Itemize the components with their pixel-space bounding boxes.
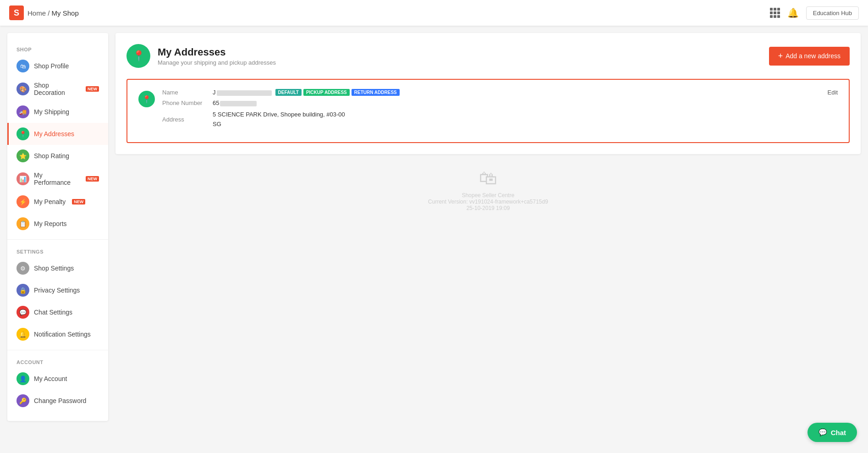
address-badges: DEFAULT PICKUP ADDRESS RETURN ADDRESS: [275, 89, 400, 96]
my-addresses-icon: 📍: [16, 127, 29, 140]
chat-settings-icon: 💬: [16, 306, 29, 319]
address-address-row: Address 5 SCIENCE PARK Drive, Shopee bui…: [162, 110, 838, 129]
chat-icon: 💬: [819, 428, 827, 436]
sidebar-label-my-performance: My Performance: [34, 171, 79, 186]
address-phone-row: Phone Number 65: [162, 99, 838, 106]
my-penalty-icon: ⚡: [16, 195, 29, 208]
education-hub-button[interactable]: Education Hub: [806, 6, 859, 20]
sidebar-label-my-account: My Account: [34, 375, 67, 382]
breadcrumb: Home / My Shop: [27, 9, 79, 17]
address-name-row: Name J DEFAULT PICKUP ADDRESS RETURN ADD…: [162, 89, 838, 96]
my-account-icon: 👤: [16, 372, 29, 385]
add-address-button[interactable]: + Add a new address: [769, 47, 850, 66]
sidebar-item-shop-profile[interactable]: 🛍 Shop Profile: [7, 55, 108, 77]
badge-default: DEFAULT: [275, 89, 302, 96]
sidebar-label-shop-decoration: Shop Decoration: [34, 82, 79, 96]
breadcrumb-home[interactable]: Home: [27, 9, 46, 17]
chat-button[interactable]: 💬 Chat: [808, 423, 857, 442]
breadcrumb-separator: /: [48, 9, 51, 17]
sidebar-item-shop-rating[interactable]: ⭐ Shop Rating: [7, 145, 108, 167]
phone-label: Phone Number: [162, 99, 213, 106]
shop-section-title: SHOP: [7, 42, 108, 55]
settings-section-title: SETTINGS: [7, 244, 108, 257]
page-subtitle: Manage your shipping and pickup addresse…: [158, 59, 276, 66]
my-performance-icon: 📊: [16, 172, 29, 185]
nav-left: S Home / My Shop: [9, 6, 79, 20]
sidebar-item-change-password[interactable]: 🔑 Change Password: [7, 390, 108, 412]
shop-profile-icon: 🛍: [16, 60, 29, 72]
my-reports-icon: 📋: [16, 217, 29, 230]
page-header-text: My Addresses Manage your shipping and pi…: [158, 46, 276, 66]
my-performance-new-badge: NEW: [86, 176, 99, 182]
footer-version: Current Version: vv191024-framework+ca57…: [115, 199, 861, 205]
badge-return: RETURN ADDRESS: [352, 89, 400, 96]
sidebar-label-my-addresses: My Addresses: [34, 130, 74, 138]
shop-settings-icon: ⚙: [16, 262, 29, 275]
main-layout: SHOP 🛍 Shop Profile 🎨 Shop Decoration NE…: [0, 26, 868, 453]
change-password-icon: 🔑: [16, 394, 29, 407]
address-details: Name J DEFAULT PICKUP ADDRESS RETURN ADD…: [162, 89, 838, 133]
shop-decoration-icon: 🎨: [16, 83, 29, 95]
sidebar-label-shop-rating: Shop Rating: [34, 152, 69, 160]
shopee-logo: S: [9, 6, 24, 20]
plus-icon: +: [778, 51, 783, 61]
sidebar-label-shop-settings: Shop Settings: [34, 265, 74, 272]
nav-right: 🔔 Education Hub: [770, 6, 859, 20]
name-value: J: [213, 89, 272, 96]
phone-value: 65: [213, 99, 257, 106]
sidebar-item-my-addresses[interactable]: 📍 My Addresses: [7, 123, 108, 145]
my-shipping-icon: 🚚: [16, 105, 29, 118]
shop-rating-icon: ⭐: [16, 149, 29, 162]
footer-date: 25-10-2019 19:09: [115, 205, 861, 211]
account-section-title: ACCOUNT: [7, 355, 108, 368]
notification-settings-icon: 🔔: [16, 328, 29, 341]
footer-app-name: Shopee Seller Centre: [115, 192, 861, 199]
sidebar-label-my-shipping: My Shipping: [34, 108, 69, 116]
address-card: 📍 Name J DEFAULT PICKUP ADDRESS R: [126, 79, 850, 143]
page-title: My Addresses: [158, 46, 276, 58]
sidebar-divider-2: [7, 350, 108, 350]
sidebar-item-my-penalty[interactable]: ⚡ My Penalty NEW: [7, 191, 108, 213]
sidebar-label-privacy-settings: Privacy Settings: [34, 287, 80, 294]
name-label: Name: [162, 89, 213, 96]
sidebar-item-notification-settings[interactable]: 🔔 Notification Settings: [7, 323, 108, 345]
address-line-2: SG: [213, 120, 345, 129]
address-card-pin-icon: 📍: [138, 91, 155, 107]
main-content: 📍 My Addresses Manage your shipping and …: [108, 26, 868, 453]
my-penalty-new-badge: NEW: [72, 199, 85, 204]
content-card: 📍 My Addresses Manage your shipping and …: [115, 33, 861, 154]
sidebar-item-my-performance[interactable]: 📊 My Performance NEW: [7, 167, 108, 191]
sidebar-label-my-reports: My Reports: [34, 220, 67, 227]
address-line-1: 5 SCIENCE PARK Drive, Shopee building, #…: [213, 110, 345, 120]
sidebar: SHOP 🛍 Shop Profile 🎨 Shop Decoration NE…: [7, 33, 108, 421]
sidebar-item-shop-decoration[interactable]: 🎨 Shop Decoration NEW: [7, 77, 108, 101]
sidebar-label-change-password: Change Password: [34, 397, 86, 404]
sidebar-label-my-penalty: My Penalty: [34, 198, 66, 205]
page-header-icon: 📍: [126, 44, 150, 68]
sidebar-divider-1: [7, 239, 108, 240]
edit-link[interactable]: Edit: [819, 89, 838, 96]
grid-menu-icon[interactable]: [770, 8, 780, 18]
badge-pickup: PICKUP ADDRESS: [303, 89, 350, 96]
chat-label: Chat: [831, 429, 846, 436]
notification-bell-icon[interactable]: 🔔: [787, 7, 799, 18]
top-nav: S Home / My Shop 🔔 Education Hub: [0, 0, 868, 26]
sidebar-item-shop-settings[interactable]: ⚙ Shop Settings: [7, 257, 108, 279]
page-header: 📍 My Addresses Manage your shipping and …: [126, 44, 850, 68]
sidebar-label-notification-settings: Notification Settings: [34, 331, 91, 338]
sidebar-label-shop-profile: Shop Profile: [34, 62, 69, 70]
sidebar-item-my-shipping[interactable]: 🚚 My Shipping: [7, 101, 108, 123]
footer-bag-icon: 🛍: [115, 168, 861, 188]
address-label: Address: [162, 116, 213, 123]
sidebar-item-my-account[interactable]: 👤 My Account: [7, 368, 108, 390]
sidebar-item-chat-settings[interactable]: 💬 Chat Settings: [7, 301, 108, 323]
sidebar-label-chat-settings: Chat Settings: [34, 309, 72, 316]
shop-decoration-new-badge: NEW: [86, 86, 99, 92]
address-lines: 5 SCIENCE PARK Drive, Shopee building, #…: [213, 110, 345, 129]
footer: 🛍 Shopee Seller Centre Current Version: …: [115, 154, 861, 221]
sidebar-item-my-reports[interactable]: 📋 My Reports: [7, 213, 108, 235]
privacy-settings-icon: 🔒: [16, 284, 29, 297]
sidebar-item-privacy-settings[interactable]: 🔒 Privacy Settings: [7, 279, 108, 301]
breadcrumb-current: My Shop: [52, 9, 79, 17]
